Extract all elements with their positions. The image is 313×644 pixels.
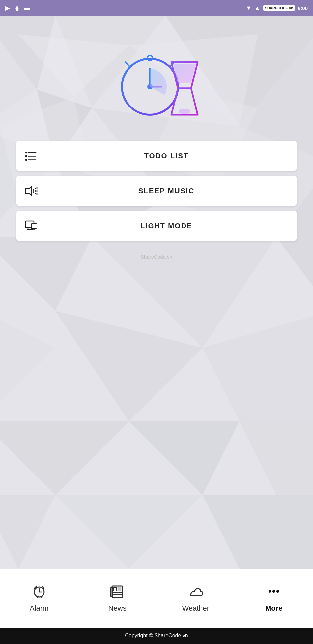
speaker-icon: [24, 185, 38, 197]
hero-icon: [107, 32, 206, 131]
svg-point-55: [36, 193, 38, 195]
svg-point-49: [36, 187, 38, 189]
news-icon: [110, 584, 125, 601]
play-icon: ▶: [5, 4, 10, 12]
svg-point-77: [269, 590, 271, 593]
svg-point-66: [34, 588, 35, 589]
status-bar-left: ▶ ◉ ▬: [5, 4, 30, 12]
svg-point-48: [35, 188, 36, 189]
alarm-icon: [32, 584, 46, 601]
svg-point-53: [33, 192, 34, 193]
copyright-bar: Copyright © ShareCode.vn: [0, 628, 313, 644]
main-content: TODO LIST SLEE: [0, 16, 313, 569]
svg-point-50: [33, 190, 34, 192]
svg-rect-42: [25, 159, 27, 161]
more-label: More: [265, 604, 283, 613]
menu-icon: ▬: [24, 5, 30, 12]
sleep-music-label: SLEEP MUSIC: [44, 187, 289, 195]
svg-point-52: [36, 190, 38, 192]
checklist-icon: [24, 150, 38, 162]
light-mode-label: LIGHT MODE: [44, 222, 289, 230]
svg-rect-71: [113, 588, 117, 591]
weather-icon: [187, 584, 204, 601]
signal-icon: ▲: [254, 5, 260, 12]
svg-marker-46: [26, 186, 32, 196]
svg-line-32: [125, 62, 130, 67]
wifi-icon: ▼: [246, 5, 252, 12]
nav-item-alarm[interactable]: Alarm: [0, 579, 78, 618]
todo-list-label: TODO LIST: [44, 152, 289, 160]
alarm-label: Alarm: [30, 604, 48, 613]
svg-point-78: [272, 590, 275, 593]
status-bar-right: ▼ ▲ SHARECODE.vn 6:00: [246, 5, 308, 12]
svg-point-67: [43, 588, 44, 589]
svg-point-54: [35, 193, 36, 194]
copyright-text: Copyright © ShareCode.vn: [125, 633, 188, 639]
sleep-music-button[interactable]: SLEEP MUSIC: [16, 176, 297, 206]
svg-rect-60: [33, 228, 35, 229]
weather-label: Weather: [182, 604, 209, 613]
svg-rect-59: [31, 224, 37, 228]
todo-list-button[interactable]: TODO LIST: [16, 141, 297, 171]
news-label: News: [108, 604, 127, 613]
status-time: 6:00: [298, 5, 308, 11]
display-icon: [24, 220, 38, 232]
sharecode-badge: SHARECODE.vn: [263, 5, 295, 11]
svg-point-51: [35, 190, 36, 192]
nav-item-news[interactable]: News: [78, 579, 157, 618]
menu-area: TODO LIST SLEE: [0, 141, 313, 241]
nav-item-weather[interactable]: Weather: [156, 579, 235, 618]
nav-item-more[interactable]: More: [235, 579, 313, 618]
circle-icon: ◉: [14, 4, 20, 12]
svg-point-36: [179, 109, 190, 114]
status-bar: ▶ ◉ ▬ ▼ ▲ SHARECODE.vn 6:00: [0, 0, 313, 16]
svg-point-47: [33, 189, 34, 190]
bottom-nav: Alarm News Weather: [0, 569, 313, 628]
light-mode-button[interactable]: LIGHT MODE: [16, 211, 297, 241]
more-icon: [266, 584, 282, 601]
watermark: ShareCode.vn: [0, 254, 313, 260]
svg-point-79: [276, 590, 279, 593]
hero-area: [0, 16, 313, 141]
